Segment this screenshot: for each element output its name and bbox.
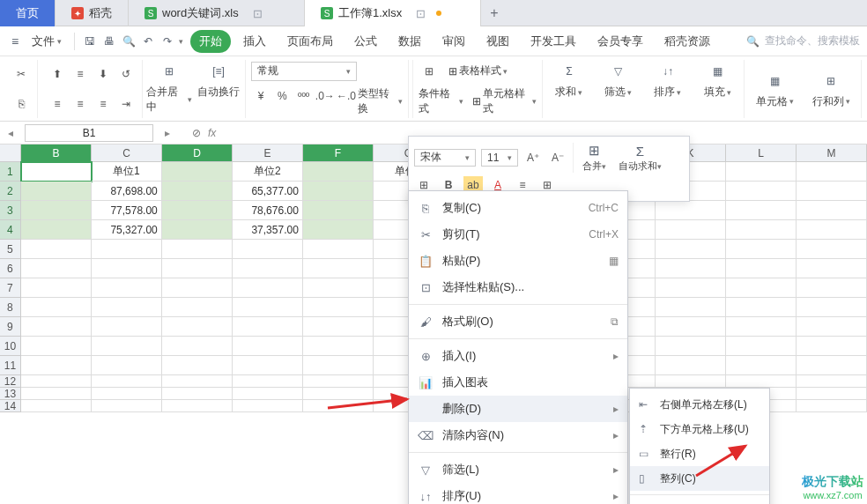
dec-dec-icon[interactable]: ←.0	[337, 86, 356, 106]
row-header[interactable]: 13	[0, 388, 21, 400]
font-shrink-icon[interactable]: A⁻	[548, 149, 567, 167]
cell-C2[interactable]: 87,698.00	[92, 182, 162, 201]
row-header[interactable]: 11	[0, 356, 21, 375]
ctx-insert-chart[interactable]: 📊插入图表	[409, 369, 627, 396]
row-header[interactable]: 14	[0, 400, 21, 412]
command-search[interactable]: 🔍 查找命令、搜索模板	[746, 33, 860, 48]
merge-center-button[interactable]: ⊞ 合并居中▾	[146, 60, 192, 115]
ribbon-dev[interactable]: 开发工具	[522, 30, 585, 53]
sub-delete-blank[interactable]: ♛删除空行	[630, 499, 769, 504]
file-menu[interactable]: 文件▾	[26, 30, 67, 53]
ribbon-review[interactable]: 审阅	[434, 30, 474, 53]
row-header[interactable]: 10	[0, 337, 21, 356]
cell-E4[interactable]: 37,357.00	[233, 220, 303, 240]
row-header[interactable]: 4	[0, 220, 21, 240]
ribbon-layout[interactable]: 页面布局	[278, 30, 342, 53]
ctx-clear[interactable]: ⌫清除内容(N)▸	[409, 422, 627, 448]
ctx-paste[interactable]: 📋粘贴(P)▦	[409, 248, 627, 274]
ctx-cut[interactable]: ✂剪切(T)Ctrl+X	[409, 221, 627, 248]
ribbon-insert[interactable]: 插入	[234, 30, 275, 53]
fill-button[interactable]: ▦填充▾	[694, 60, 740, 100]
cell-D1[interactable]	[162, 162, 233, 182]
save-icon[interactable]: 🖫	[82, 33, 98, 49]
row-header[interactable]: 12	[0, 375, 21, 388]
percent-icon[interactable]: %	[272, 86, 292, 106]
print-icon[interactable]: 🖶	[101, 33, 117, 49]
ctx-copy[interactable]: ⎘复制(C)Ctrl+C	[409, 195, 627, 221]
table-style-button[interactable]: ⊞ 表格样式▾	[448, 63, 508, 78]
sub-shift-up[interactable]: ⇡下方单元格上移(U)	[630, 417, 769, 441]
sort-button[interactable]: ↓↑排序▾	[645, 60, 691, 100]
ctx-paste-special[interactable]: ⊡选择性粘贴(S)...	[409, 274, 627, 300]
window-icon[interactable]: ⊡	[416, 7, 426, 20]
align-center-icon[interactable]: ≡	[70, 94, 91, 114]
ribbon-data[interactable]: 数据	[389, 30, 430, 53]
ctx-insert[interactable]: ⊕插入(I)▸	[409, 343, 627, 369]
tab-doke[interactable]: ✦ 稻壳	[56, 0, 129, 26]
cancel-fx-icon[interactable]: ⊘	[192, 127, 201, 139]
font-combo[interactable]: 宋体▾	[414, 149, 476, 167]
sum-button[interactable]: Σ求和▾	[546, 60, 592, 100]
col-header-L[interactable]: L	[726, 145, 797, 161]
ribbon-res[interactable]: 稻壳资源	[656, 30, 719, 53]
currency-icon[interactable]: ¥	[251, 86, 270, 106]
number-format-combo[interactable]: 常规▾	[251, 62, 357, 81]
close-icon[interactable]: ⊡	[253, 7, 263, 20]
row-header[interactable]: 1	[0, 162, 21, 182]
align-top-icon[interactable]: ⬆	[47, 64, 68, 84]
cell-C3[interactable]: 77,578.00	[92, 201, 162, 220]
fx-icon[interactable]: fx	[208, 127, 216, 139]
brush-dock-icon[interactable]: ⧉	[611, 315, 619, 328]
cond-format-button[interactable]: 条件格式▾	[419, 86, 463, 116]
ribbon-start[interactable]: 开始	[190, 30, 231, 53]
autosum-mini-button[interactable]: Σ自动求和▾	[615, 142, 665, 173]
prev-sheet-icon[interactable]: ◂	[0, 127, 21, 139]
align-right-icon[interactable]: ≡	[93, 94, 114, 114]
row-header[interactable]: 9	[0, 317, 21, 337]
ribbon-formula[interactable]: 公式	[345, 30, 386, 53]
cell-E2[interactable]: 65,377.00	[233, 182, 303, 201]
cell-E3[interactable]: 78,676.00	[233, 201, 303, 220]
row-header[interactable]: 5	[0, 240, 21, 259]
row-header[interactable]: 3	[0, 201, 21, 220]
ctx-format-brush[interactable]: 🖌格式刷(O)⧉	[409, 308, 627, 335]
row-header[interactable]: 2	[0, 182, 21, 201]
ctx-sort[interactable]: ↓↑排序(U)▸	[409, 483, 627, 504]
ctx-filter[interactable]: ▽筛选(L)▸	[409, 456, 627, 483]
cell-C1[interactable]: 单位1	[92, 162, 162, 182]
undo-icon[interactable]: ↶	[140, 33, 156, 49]
col-header-F[interactable]: F	[303, 145, 374, 161]
merge-mini-button[interactable]: ⊞合并▾	[579, 142, 610, 173]
name-box[interactable]: B1	[25, 124, 153, 142]
ribbon-view[interactable]: 视图	[478, 30, 518, 53]
tab-add-button[interactable]: +	[481, 0, 508, 26]
col-header-D[interactable]: D	[162, 145, 233, 161]
redo-icon[interactable]: ↷	[159, 33, 175, 49]
thousand-icon[interactable]: ººº	[294, 86, 314, 106]
font-size-combo[interactable]: 11▾	[481, 149, 518, 167]
align-left-icon[interactable]: ≡	[47, 94, 68, 114]
type-convert-button[interactable]: 类型转换▾	[358, 86, 403, 116]
align-mid-icon[interactable]: ≡	[70, 64, 91, 84]
cut-icon[interactable]: ✂	[11, 64, 32, 84]
ctx-delete[interactable]: 删除(D)▸	[409, 396, 627, 422]
orientation-icon[interactable]: ↺	[115, 64, 137, 84]
preview-icon[interactable]: 🔍	[121, 33, 137, 49]
tab-file-1[interactable]: S word关键词.xls ⊡	[129, 0, 305, 26]
cell-style-button[interactable]: ⊞ 单元格样式▾	[472, 86, 537, 116]
hamburger-icon[interactable]: ≡	[7, 33, 23, 49]
cell-C4[interactable]: 75,327.00	[92, 220, 162, 240]
row-header[interactable]: 8	[0, 298, 21, 317]
col-header-B[interactable]: B	[21, 145, 92, 161]
select-all-corner[interactable]	[0, 145, 21, 161]
paste-options-icon[interactable]: ▦	[609, 255, 619, 267]
font-grow-icon[interactable]: A⁺	[523, 149, 543, 167]
col-header-E[interactable]: E	[233, 145, 303, 161]
tab-file-2[interactable]: S 工作簿1.xlsx ⊡	[305, 0, 481, 26]
copy-icon[interactable]: ⎘	[11, 94, 32, 114]
row-header[interactable]: 6	[0, 259, 21, 278]
col-header-M[interactable]: M	[797, 145, 867, 161]
align-bot-icon[interactable]: ⬇	[93, 64, 114, 84]
cell-F1[interactable]	[303, 162, 374, 182]
ribbon-vip[interactable]: 会员专享	[589, 30, 652, 53]
